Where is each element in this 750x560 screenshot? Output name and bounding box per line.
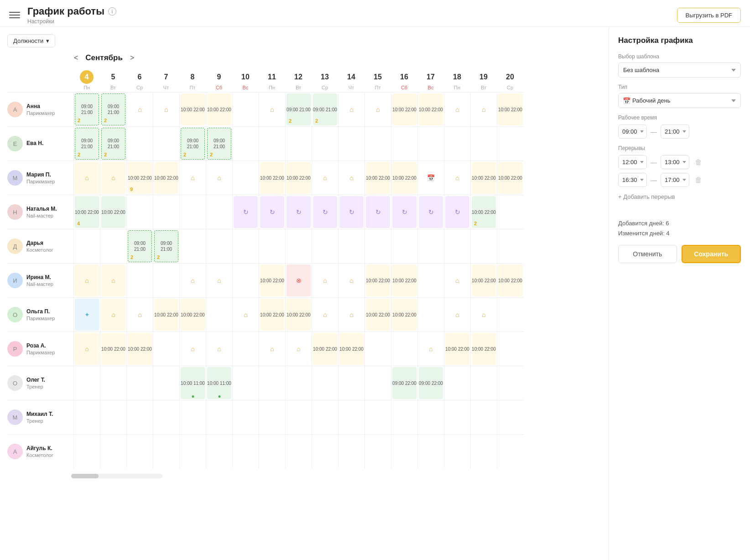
calendar-cell[interactable]: 10:00 22:00 (259, 161, 285, 195)
calendar-cell[interactable]: 10:00 22:00 (391, 161, 417, 195)
calendar-cell[interactable]: 10:00 22:00 (391, 297, 417, 332)
calendar-cell[interactable] (206, 297, 232, 332)
calendar-cell[interactable] (153, 263, 179, 297)
calendar-cell[interactable] (285, 366, 312, 400)
day-number[interactable]: 7 (159, 70, 173, 84)
calendar-cell[interactable]: 10:00 22:00 (259, 297, 285, 332)
calendar-cell[interactable]: ⊗ (285, 263, 312, 297)
calendar-cell[interactable]: 10:00 22:002 (470, 195, 497, 229)
calendar-cell[interactable]: 📅 (417, 161, 444, 195)
break1-start-select[interactable]: 12:00 (618, 155, 647, 169)
calendar-cell[interactable]: 10:00 22:00 (100, 195, 126, 229)
calendar-cell[interactable]: 10:00 22:00 (444, 332, 470, 366)
calendar-cell[interactable] (470, 229, 497, 263)
calendar-cell[interactable]: ⌂ (285, 332, 312, 366)
list-item[interactable]: Р Роза А. Парикмахер (7, 332, 73, 366)
list-item[interactable]: А Анна Парикмахер (7, 92, 73, 126)
day-number[interactable]: 12 (292, 70, 305, 84)
calendar-cell[interactable] (206, 195, 232, 229)
calendar-cell[interactable]: 10:00 22:00 (285, 161, 312, 195)
calendar-cell[interactable] (470, 126, 497, 161)
day-number[interactable]: 16 (397, 70, 411, 84)
day-number[interactable]: 20 (503, 70, 517, 84)
calendar-cell[interactable] (259, 400, 285, 434)
calendar-cell[interactable]: ⌂ (417, 332, 444, 366)
calendar-cell[interactable]: 10:00 22:00 (126, 332, 153, 366)
calendar-cell[interactable] (470, 366, 497, 400)
calendar-cell[interactable]: ↻ (259, 195, 285, 229)
list-item[interactable]: А Айгуль К. Косметолог (7, 434, 73, 468)
calendar-cell[interactable] (126, 366, 153, 400)
calendar-cell[interactable]: ⌂ (206, 161, 232, 195)
calendar-cell[interactable]: ⌂ (126, 297, 153, 332)
calendar-cell[interactable]: 09:00 21:002 (100, 92, 126, 126)
calendar-cell[interactable] (232, 400, 259, 434)
calendar-cell[interactable] (338, 366, 365, 400)
calendar-cell[interactable] (259, 126, 285, 161)
cancel-button[interactable]: Отменить (618, 245, 677, 263)
calendar-cell[interactable] (259, 366, 285, 400)
calendar-cell[interactable]: 10:00 22:00 (153, 297, 179, 332)
calendar-cell[interactable]: 10:00 11:00 (179, 366, 206, 400)
calendar-cell[interactable] (232, 366, 259, 400)
calendar-cell[interactable]: 10:00 22:00 (497, 263, 523, 297)
export-pdf-button[interactable]: Выгрузить в PDF (677, 8, 741, 23)
calendar-cell[interactable] (153, 434, 179, 468)
calendar-cell[interactable] (312, 229, 338, 263)
list-item[interactable]: О Олег Т. Тренер (7, 366, 73, 400)
calendar-cell[interactable]: 09:00 21:002 (100, 126, 126, 161)
list-item[interactable]: М Михаил Т. Тренер (7, 400, 73, 434)
delete-break1-icon[interactable]: 🗑 (695, 158, 702, 166)
calendar-cell[interactable]: 09:00 21:002 (206, 126, 232, 161)
calendar-cell[interactable] (285, 434, 312, 468)
calendar-cell[interactable] (73, 434, 100, 468)
delete-break2-icon[interactable]: 🗑 (695, 176, 702, 184)
day-number[interactable]: 15 (371, 70, 385, 84)
calendar-cell[interactable]: 09:00 21:002 (73, 126, 100, 161)
calendar-cell[interactable]: ⌂ (232, 297, 259, 332)
calendar-cell[interactable]: 09:00 21:002 (285, 92, 312, 126)
calendar-cell[interactable]: ⌂ (126, 92, 153, 126)
calendar-cell[interactable]: 10:00 22:00 (179, 297, 206, 332)
day-number[interactable]: 19 (477, 70, 490, 84)
calendar-cell[interactable] (470, 434, 497, 468)
calendar-cell[interactable]: 09:00 21:002 (179, 126, 206, 161)
work-end-select[interactable]: 21:00 (661, 124, 689, 139)
calendar-cell[interactable] (365, 400, 391, 434)
save-button[interactable]: Сохранить (682, 245, 741, 263)
calendar-cell[interactable]: ⌂ (312, 161, 338, 195)
calendar-cell[interactable]: 10:00 22:009 (126, 161, 153, 195)
list-item[interactable]: О Ольга П. Парикмахер (7, 297, 73, 332)
calendar-cell[interactable] (497, 195, 523, 229)
calendar-cell[interactable] (126, 126, 153, 161)
calendar-cell[interactable] (153, 366, 179, 400)
calendar-cell[interactable]: ⌂ (73, 263, 100, 297)
calendar-cell[interactable] (470, 400, 497, 434)
prev-month-button[interactable]: < (71, 53, 81, 63)
calendar-cell[interactable] (497, 297, 523, 332)
calendar-cell[interactable] (206, 400, 232, 434)
calendar-cell[interactable] (153, 400, 179, 434)
list-item[interactable]: Е Ева Н. (7, 126, 73, 161)
calendar-cell[interactable] (312, 400, 338, 434)
day-number[interactable]: 13 (318, 70, 332, 84)
day-number[interactable]: 11 (265, 70, 279, 84)
calendar-cell[interactable] (338, 229, 365, 263)
calendar-cell[interactable]: ⌂ (470, 92, 497, 126)
calendar-cell[interactable] (179, 434, 206, 468)
calendar-cell[interactable] (100, 400, 126, 434)
calendar-cell[interactable]: ⌂ (444, 92, 470, 126)
calendar-cell[interactable]: ⌂ (444, 297, 470, 332)
calendar-cell[interactable] (391, 400, 417, 434)
calendar-cell[interactable]: 09:00 21:002 (153, 229, 179, 263)
calendar-cell[interactable]: ↻ (232, 195, 259, 229)
calendar-cell[interactable] (497, 434, 523, 468)
type-select[interactable]: Рабочий день (618, 93, 741, 108)
calendar-cell[interactable] (100, 434, 126, 468)
calendar-cell[interactable]: ↻ (417, 195, 444, 229)
calendar-cell[interactable] (497, 400, 523, 434)
day-number[interactable]: 9 (212, 70, 226, 84)
calendar-cell[interactable]: 10:00 11:00 (206, 366, 232, 400)
calendar-cell[interactable] (497, 366, 523, 400)
add-break-button[interactable]: + Добавить перерыв (618, 193, 675, 200)
